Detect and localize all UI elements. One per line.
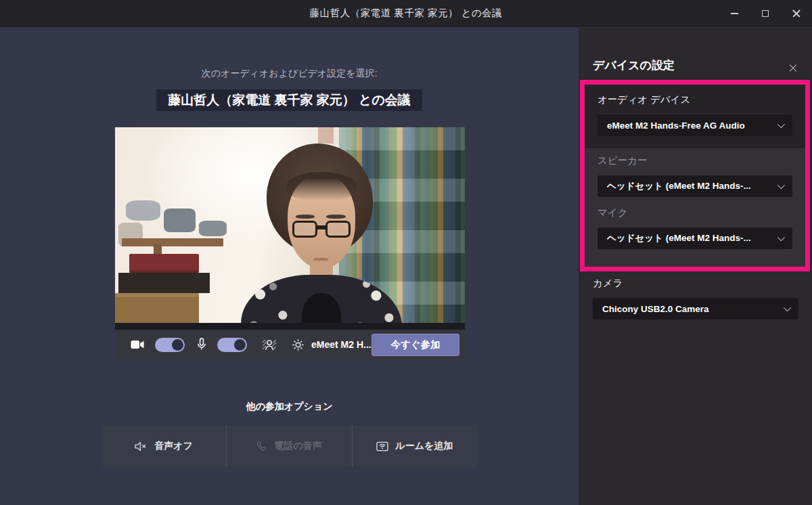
camera-icon (131, 340, 144, 349)
chevron-down-icon (777, 181, 785, 189)
shelf-item (126, 200, 161, 221)
person-eyebrow (326, 215, 346, 219)
glasses-lens (325, 221, 351, 238)
shelf-board (122, 238, 223, 246)
other-options-title: 他の参加オプション (0, 401, 579, 413)
webcam-person (241, 133, 402, 330)
device-settings-panel: デバイスの設定 オーディオ デバイス eMeet M2 Hands-Free A… (579, 28, 812, 505)
mic-toggle[interactable] (217, 338, 247, 352)
camera-preview (115, 127, 465, 330)
meeting-title: 藤山哲人（家電道 裏千家 家元） との会議 (156, 89, 422, 111)
shelf-item (164, 208, 196, 233)
prejoin-stage: 次のオーディオおよびビデオ設定を選択: 藤山哲人（家電道 裏千家 家元） との会… (0, 28, 579, 505)
video-preview-card: eMeet M2 H... 今すぐ参加 (115, 127, 465, 359)
option-label: ルームを追加 (395, 440, 453, 452)
prejoin-subtitle: 次のオーディオおよびビデオ設定を選択: (0, 68, 579, 80)
person-fringe (286, 172, 357, 200)
panel-close-button[interactable] (784, 59, 794, 70)
join-options-bar: 音声オフ 電話の音声 ルームを追加 (102, 425, 477, 467)
speaker-value: ヘッドセット (eMeet M2 Hands-... (607, 180, 751, 192)
glasses-bridge (317, 225, 325, 229)
gear-icon[interactable] (292, 338, 304, 351)
dark-box-stack (118, 273, 209, 293)
close-icon (792, 9, 800, 18)
camera-section: カメラ Chicony USB2.0 Camera (593, 277, 798, 320)
minimize-icon (731, 13, 738, 14)
camera-label: カメラ (593, 277, 798, 290)
join-now-button[interactable]: 今すぐ参加 (371, 334, 459, 356)
close-button[interactable] (781, 0, 812, 27)
desk-edge (115, 323, 465, 330)
camera-value: Chicony USB2.0 Camera (602, 304, 709, 314)
audio-device-label: オーディオ デバイス (597, 93, 792, 106)
teams-prejoin-window: 藤山哲人（家電道 裏千家 家元） との会議 次のオーディオおよびビデオ設定を選択… (0, 0, 812, 505)
titlebar: 藤山哲人（家電道 裏千家 家元） との会議 (0, 0, 812, 27)
pink-highlight-annotation: オーディオ デバイス eMeet M2 Hands-Free AG Audio … (580, 80, 810, 271)
mic-value: ヘッドセット (eMeet M2 Hands-... (607, 232, 751, 244)
mic-dropdown[interactable]: ヘッドセット (eMeet M2 Hands-... (597, 227, 792, 249)
window-title: 藤山哲人（家電道 裏千家 家元） との会議 (0, 7, 812, 20)
meeting-title-wrap: 藤山哲人（家電道 裏千家 家元） との会議 (0, 89, 579, 111)
shelf-item (199, 221, 227, 237)
red-toolbox (129, 254, 199, 273)
mic-label: マイク (597, 206, 792, 219)
glasses-lens (292, 221, 317, 238)
speaker-off-icon (135, 441, 148, 452)
chevron-down-icon (777, 234, 785, 241)
speaker-dropdown[interactable]: ヘッドセット (eMeet M2 Hands-... (597, 175, 792, 197)
blur-background-icon[interactable] (262, 338, 277, 351)
cardboard-box (115, 293, 199, 324)
audio-off-option[interactable]: 音声オフ (102, 425, 226, 467)
phone-icon (256, 441, 267, 452)
maximize-button[interactable] (750, 0, 781, 27)
audio-device-section: オーディオ デバイス eMeet M2 Hands-Free AG Audio (585, 85, 805, 148)
phone-audio-option: 電話の音声 (226, 425, 351, 467)
speaker-label: スピーカー (597, 154, 792, 167)
camera-dropdown[interactable]: Chicony USB2.0 Camera (593, 298, 798, 320)
minimize-button[interactable] (719, 0, 750, 27)
window-controls (719, 0, 812, 27)
audio-device-dropdown[interactable]: eMeet M2 Hands-Free AG Audio (597, 114, 792, 136)
maximize-icon (762, 10, 769, 17)
audio-device-value: eMeet M2 Hands-Free AG Audio (607, 120, 745, 131)
panel-title: デバイスの設定 (593, 58, 675, 73)
person-eyebrow (296, 215, 315, 219)
option-label: 電話の音声 (274, 440, 321, 452)
room-add-icon (376, 441, 388, 452)
chevron-down-icon (784, 304, 791, 311)
add-room-option[interactable]: ルームを追加 (352, 425, 477, 467)
speaker-mic-section: スピーカー ヘッドセット (eMeet M2 Hands-... マイク ヘッド… (585, 148, 805, 267)
selected-device-label[interactable]: eMeet M2 H... (311, 339, 371, 350)
option-label: 音声オフ (154, 440, 193, 452)
camera-toggle[interactable] (155, 338, 185, 352)
chevron-down-icon (777, 120, 785, 128)
video-toolbar: eMeet M2 H... 今すぐ参加 (115, 330, 465, 359)
mic-icon (197, 338, 206, 351)
